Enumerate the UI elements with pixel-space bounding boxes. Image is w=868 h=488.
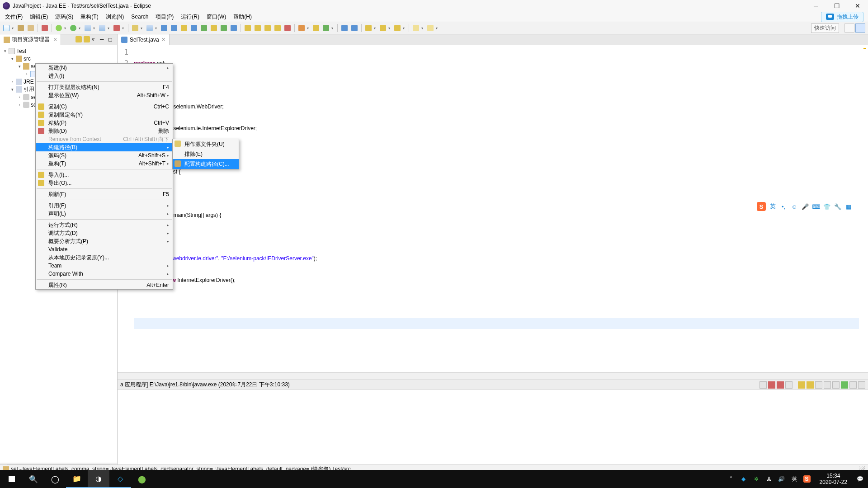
tray-notifications-icon[interactable]: 💬: [856, 475, 863, 483]
tree-src[interactable]: src: [24, 56, 31, 62]
ctx-go-into[interactable]: 进入(I): [36, 72, 173, 80]
ctx-debug-as[interactable]: 调试方式(D)▸: [36, 229, 173, 237]
ctx-refactor[interactable]: 重构(T)Alt+Shift+T▸: [36, 160, 173, 168]
tb-newsrv[interactable]: [145, 23, 154, 33]
ctx-team[interactable]: Team▸: [36, 262, 173, 270]
console-min-icon[interactable]: [849, 381, 857, 389]
menu-refactor[interactable]: 重构(T): [77, 12, 101, 22]
editor-hscroll[interactable]: [118, 372, 868, 380]
console-clear-icon[interactable]: [760, 381, 767, 389]
tb-annotate[interactable]: [364, 23, 373, 33]
ctx-declarations[interactable]: 声明(L)▸: [36, 210, 173, 218]
project-explorer-tab[interactable]: 项目资源管理器 ✕: [0, 34, 61, 45]
browser-button[interactable]: ⬤: [131, 470, 153, 488]
tb-saveall[interactable]: [26, 23, 35, 33]
menu-edit[interactable]: 编辑(E): [27, 12, 51, 22]
tb-newdyn[interactable]: [160, 23, 169, 33]
tb-wand[interactable]: [311, 23, 321, 33]
console-select-icon[interactable]: [824, 381, 831, 389]
tb-new[interactable]: [2, 23, 11, 33]
tb-run[interactable]: [69, 23, 78, 33]
tb-step1[interactable]: [243, 23, 252, 33]
ctx-delete[interactable]: 删除(D)删除: [36, 127, 173, 135]
sub-exclude[interactable]: 排除(E): [173, 149, 239, 159]
console-new-icon[interactable]: [841, 381, 848, 389]
tray-clock[interactable]: 15:34 2020-07-22: [816, 473, 851, 485]
ime-emoji-icon[interactable]: ☺: [790, 202, 798, 211]
view-menu-icon[interactable]: ▿: [92, 36, 99, 43]
tb-save[interactable]: [16, 23, 25, 33]
ctx-show-in[interactable]: 显示位置(W)Alt+Shift+W▸: [36, 91, 173, 99]
code-content[interactable]: package sel; org.openqa.selenium.WebDriv…: [134, 47, 859, 340]
task-view-button[interactable]: ◯: [44, 470, 66, 488]
tb-server[interactable]: [98, 23, 107, 33]
ctx-export[interactable]: 导出(O)...: [36, 179, 173, 187]
ctx-copy[interactable]: 复制(C)Ctrl+C: [36, 103, 173, 111]
ctx-restore-local[interactable]: 从本地历史记录复原(Y)...: [36, 253, 173, 262]
ctx-import[interactable]: 导入(I)...: [36, 171, 173, 179]
console-terminate-all-icon[interactable]: [777, 381, 784, 389]
editor-tab-seltest[interactable]: SelTest.java ✕: [118, 34, 170, 45]
console-terminate-icon[interactable]: [768, 381, 775, 389]
tb-step4[interactable]: [273, 23, 282, 33]
persp-javaee[interactable]: [855, 23, 865, 33]
tb-skip[interactable]: [350, 23, 359, 33]
ctx-references[interactable]: 引用(F)▸: [36, 202, 173, 210]
close-icon[interactable]: ✕: [53, 37, 57, 42]
tb-runext[interactable]: [83, 23, 92, 33]
ctx-paste[interactable]: 粘贴(P)Ctrl+V: [36, 119, 173, 127]
ctx-properties[interactable]: 属性(R)Alt+Enter: [36, 281, 173, 289]
eclipse-taskbar-button[interactable]: ◑: [88, 470, 109, 488]
console-scroll-lock-icon[interactable]: [798, 381, 805, 389]
tray-network-icon[interactable]: 🖧: [765, 475, 773, 483]
ctx-source[interactable]: 源码(S)Alt+Shift+S▸: [36, 151, 173, 160]
tb-b3[interactable]: [189, 23, 198, 33]
tray-volume-icon[interactable]: 🔊: [778, 475, 785, 483]
console-pin-icon[interactable]: [807, 381, 814, 389]
ime-grid-icon[interactable]: ▦: [844, 202, 853, 211]
console-open-icon[interactable]: [832, 381, 840, 389]
console-max-icon[interactable]: [858, 381, 865, 389]
menu-window[interactable]: 窗口(W): [203, 12, 229, 22]
tb-b5[interactable]: [209, 23, 218, 33]
sogou-ime-icon[interactable]: S: [757, 202, 766, 211]
ctx-refresh[interactable]: 刷新(F)F5: [36, 190, 173, 198]
file-explorer-button[interactable]: 📁: [66, 470, 88, 488]
cloud-upload-button[interactable]: 拖拽上传: [821, 12, 863, 22]
tb-stop[interactable]: [40, 23, 49, 33]
tray-app1-icon[interactable]: ◆: [740, 475, 747, 483]
ctx-compare-with[interactable]: Compare With▸: [36, 270, 173, 278]
tb-b7[interactable]: [229, 23, 238, 33]
console-remove-icon[interactable]: [785, 381, 793, 389]
baidu-netdisk-button[interactable]: ◇: [109, 470, 131, 488]
tree-project[interactable]: Test: [16, 48, 26, 54]
tb-b1[interactable]: [170, 23, 179, 33]
maximize-view-icon[interactable]: ◻: [108, 36, 115, 43]
menu-source[interactable]: 源码(S): [52, 12, 76, 22]
tb-step3[interactable]: [263, 23, 272, 33]
tb-debug[interactable]: [54, 23, 63, 33]
quick-access[interactable]: 快速访问: [811, 23, 839, 33]
sub-use-as-src[interactable]: 用作源文件夹(U): [173, 139, 239, 149]
collapse-all-icon[interactable]: [84, 36, 91, 43]
tb-ann2[interactable]: [378, 23, 387, 33]
ime-punct-icon[interactable]: •,: [779, 202, 788, 211]
ime-skin-icon[interactable]: 👕: [823, 202, 831, 211]
ctx-run-as[interactable]: 运行方式(R)▸: [36, 221, 173, 229]
ime-keyboard-icon[interactable]: ⌨: [812, 202, 820, 211]
tb-b2[interactable]: [179, 23, 189, 33]
tb-step5[interactable]: [283, 23, 292, 33]
tree-refs[interactable]: 引用: [24, 85, 34, 93]
minimize-button[interactable]: ─: [806, 0, 826, 12]
tb-back[interactable]: [411, 23, 420, 33]
overview-ruler[interactable]: [860, 45, 866, 372]
tb-bp[interactable]: [340, 23, 349, 33]
tb-fwd[interactable]: [426, 23, 435, 33]
persp-open[interactable]: [844, 23, 854, 33]
menu-navigate[interactable]: 浏览(N): [103, 12, 127, 22]
tb-search[interactable]: [297, 23, 306, 33]
tb-ann3[interactable]: [393, 23, 402, 33]
ime-toolbox-icon[interactable]: 🔧: [834, 202, 842, 211]
tb-b6[interactable]: [219, 23, 228, 33]
tb-ext[interactable]: [112, 23, 121, 33]
